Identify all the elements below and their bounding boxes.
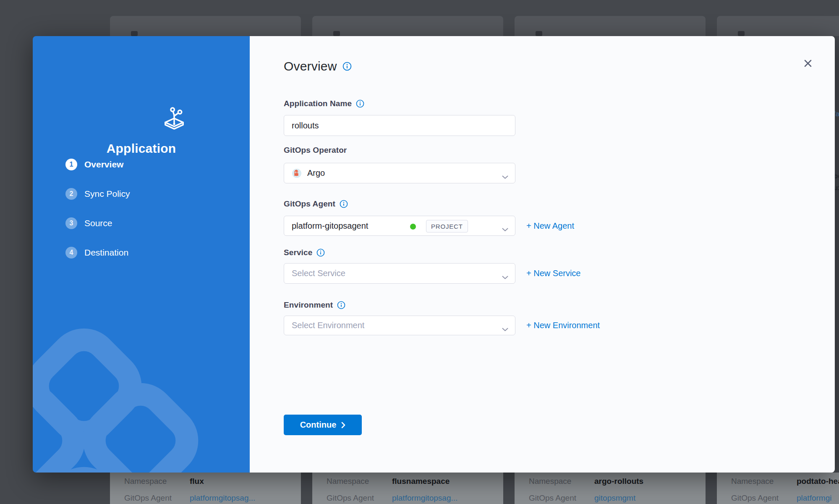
chevron-right-icon (341, 422, 345, 428)
argo-icon (292, 168, 302, 178)
wizard-sidebar: Application 1 Overview 2 Sync Policy 3 S… (33, 36, 250, 473)
gitops-agent-link: platformgi (797, 494, 831, 502)
step-label: Overview (84, 159, 123, 170)
chevron-down-icon (502, 172, 508, 181)
step-label: Source (84, 218, 112, 228)
gitops-agent-label: GitOps Agent (284, 199, 335, 209)
service-select[interactable]: Select Service (284, 263, 515, 284)
gitops-agent-link: platformgitopsag... (392, 494, 457, 502)
page-title: Overview (284, 59, 337, 73)
namespace-value: podtato-hea (797, 477, 839, 486)
background-card-top (717, 16, 839, 36)
chevron-down-icon (502, 272, 508, 282)
namespace-label: Namespace (529, 477, 594, 486)
app-icon-peek (131, 31, 138, 36)
background-card-top (312, 16, 503, 36)
wizard-content: Overview Application Name rollouts GitOp… (250, 36, 835, 473)
info-icon[interactable] (342, 62, 352, 71)
gitops-operator-label: GitOps Operator (284, 146, 347, 155)
agent-scope-badge: PROJECT (426, 220, 468, 232)
chevron-down-icon (502, 324, 508, 334)
namespace-label: Namespace (327, 477, 392, 486)
app-icon-peek (738, 31, 745, 36)
wizard-title: Application (33, 141, 250, 156)
info-icon[interactable] (356, 99, 364, 108)
application-name-label: Application Name (284, 99, 352, 108)
gitops-operator-select[interactable]: Argo (284, 163, 515, 183)
gitops-agent-value: platform-gitopsagent (292, 221, 368, 231)
info-icon[interactable] (337, 301, 345, 309)
step-number: 3 (65, 217, 77, 229)
environment-select[interactable]: Select Environment (284, 316, 515, 335)
app-icon-peek (333, 31, 340, 36)
gitops-agent-link: gitopsmgmt (594, 494, 635, 502)
step-item-overview[interactable]: 1 Overview (65, 159, 123, 170)
gitops-agent-link: platformgitopsag... (190, 494, 255, 502)
app-icon-peek (536, 31, 542, 36)
application-name-value: rollouts (292, 121, 319, 131)
background-card-bottom: Namespacepodtato-hea GitOps Agentplatfor… (717, 473, 839, 504)
step-item-source[interactable]: 3 Source (65, 217, 112, 229)
gitops-agent-label: GitOps Agent (529, 494, 594, 503)
gitops-agent-label: GitOps Agent (124, 494, 190, 503)
info-icon[interactable] (340, 200, 348, 208)
namespace-value: argo-rollouts (594, 477, 643, 486)
new-service-link[interactable]: + New Service (526, 263, 581, 284)
environment-placeholder: Select Environment (292, 321, 364, 330)
gitops-agent-select[interactable]: platform-gitopsagent PROJECT (284, 216, 515, 236)
step-label: Sync Policy (84, 189, 130, 199)
continue-button[interactable]: Continue (284, 415, 362, 435)
gitops-application-icon (163, 106, 186, 131)
background-card-bottom: Namespaceflusnamespace GitOps Agentplatf… (312, 473, 503, 504)
step-item-destination[interactable]: 4 Destination (65, 247, 128, 259)
background-card-bottom: Namespaceargo-rollouts GitOps Agentgitop… (515, 473, 706, 504)
namespace-label: Namespace (731, 477, 797, 486)
environment-label: Environment (284, 300, 333, 310)
background-card-top (110, 16, 301, 36)
gitops-operator-value: Argo (307, 168, 325, 178)
step-number: 2 (65, 188, 77, 200)
background-card-bottom: Namespaceflux GitOps Agentplatformgitops… (110, 473, 301, 504)
gitops-agent-label: GitOps Agent (327, 494, 392, 503)
namespace-label: Namespace (124, 477, 190, 486)
new-environment-link[interactable]: + New Environment (526, 316, 600, 335)
info-icon[interactable] (316, 248, 325, 257)
continue-label: Continue (300, 420, 337, 430)
application-name-input[interactable]: rollouts (284, 115, 515, 136)
agent-health-dot (410, 224, 416, 230)
background-card-top (515, 16, 706, 36)
step-number: 1 (65, 159, 77, 170)
service-placeholder: Select Service (292, 269, 345, 278)
application-wizard-dialog: Application 1 Overview 2 Sync Policy 3 S… (33, 36, 835, 473)
service-label: Service (284, 248, 312, 257)
namespace-value: flux (190, 477, 204, 486)
new-agent-link[interactable]: + New Agent (526, 216, 574, 236)
step-item-sync-policy[interactable]: 2 Sync Policy (65, 188, 130, 200)
namespace-value: flusnamespace (392, 477, 450, 486)
screen: Namespaceflux GitOps Agentplatformgitops… (0, 0, 839, 504)
close-icon[interactable] (801, 56, 815, 71)
step-label: Destination (84, 248, 128, 258)
gitops-agent-label: GitOps Agent (731, 494, 797, 503)
step-number: 4 (65, 247, 77, 259)
chevron-down-icon (502, 224, 508, 234)
